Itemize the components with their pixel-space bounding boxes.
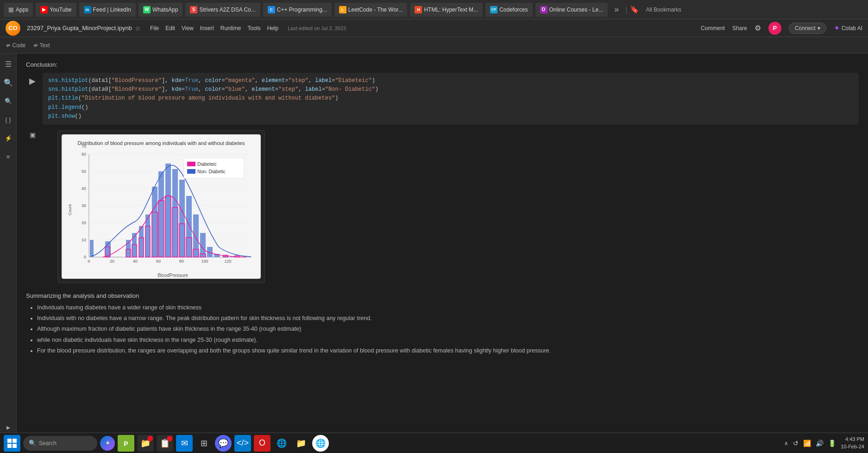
svg-rect-68: [13, 439, 17, 443]
run-cell-button[interactable]: ▶: [26, 75, 39, 88]
conclusion-label: Conclusion:: [26, 61, 859, 68]
sidebar-search-icon[interactable]: 🔍: [3, 77, 14, 88]
svg-rect-70: [13, 444, 17, 448]
tab-html[interactable]: H HTML: HyperText M...: [410, 3, 483, 17]
taskbar-task-icon[interactable]: 📋 1: [157, 435, 173, 452]
colab-ai-button[interactable]: ✦ Colab AI: [834, 24, 862, 32]
cell-code-content[interactable]: sns.histplot(data1["BloodPressure"], kde…: [43, 73, 859, 125]
vscode-icon: </>: [237, 438, 249, 448]
task-badge: 1: [167, 436, 172, 441]
file-name[interactable]: 23297_Priya Gupta_MinorProject.ipynb: [27, 25, 132, 31]
svg-rect-35: [152, 187, 157, 257]
code-line-4: plt.legend(): [48, 103, 853, 112]
sidebar-toc-icon[interactable]: ≡: [3, 151, 14, 162]
svg-rect-69: [7, 444, 12, 448]
refresh-icon[interactable]: ↺: [793, 440, 799, 447]
svg-text:Count: Count: [68, 204, 72, 215]
settings-icon[interactable]: ⚙: [755, 24, 761, 32]
menu-tools[interactable]: Tools: [247, 25, 260, 31]
chart-area: 0 10 20 30 40 50 60 70 0 20 40 60 80: [66, 150, 257, 275]
code-line-3: plt.title("Distribution of blood pressur…: [48, 94, 853, 103]
linkedin-label: Feed | LinkedIn: [93, 6, 132, 13]
taskbar-pwa-icon[interactable]: P: [118, 435, 134, 452]
add-text-button[interactable]: + + Text: [33, 42, 50, 49]
taskbar-opera-icon[interactable]: O: [254, 435, 270, 452]
taskbar-email-icon[interactable]: ✉: [176, 435, 193, 452]
volume-icon[interactable]: 🔊: [816, 440, 824, 447]
apps-grid-icon: ⊞: [201, 438, 208, 448]
wifi-icon[interactable]: 📶: [803, 440, 811, 447]
menu-help[interactable]: Help: [267, 25, 278, 31]
menu-insert[interactable]: Insert: [200, 25, 214, 31]
svg-rect-25: [90, 240, 94, 257]
taskbar-apps-icon[interactable]: ⊞: [195, 435, 212, 452]
menu-file[interactable]: File: [150, 25, 159, 31]
svg-text:0: 0: [84, 255, 86, 259]
search-text: Search: [39, 440, 57, 447]
tab-courses[interactable]: O Online Courses - Le...: [535, 3, 608, 17]
code-line-2: sns.histplot(data0["BloodPressure"], kde…: [48, 85, 853, 94]
share-button[interactable]: Share: [732, 25, 747, 31]
bullet-1: Individuals having diabetes have a wider…: [37, 303, 859, 313]
taskbar-notification-icon[interactable]: 📁 1: [137, 435, 154, 452]
colab-ai-label: Colab AI: [842, 25, 862, 31]
sidebar-expand-icon[interactable]: ▸: [3, 422, 14, 433]
bullet-5: For the blood pressure distribution, the…: [37, 346, 859, 356]
tab-leetcode[interactable]: L LeetCode - The Wor...: [334, 3, 408, 17]
taskbar-files-icon[interactable]: 📁: [293, 435, 309, 452]
battery-icon[interactable]: 🔋: [828, 440, 836, 447]
svg-rect-67: [7, 439, 12, 443]
taskbar-chrome-icon[interactable]: 🌐: [312, 435, 329, 452]
tab-whatsapp[interactable]: W WhatsApp: [138, 3, 182, 17]
search-bar[interactable]: 🔍 Search: [23, 436, 97, 451]
taskbar-vscode-icon[interactable]: </>: [234, 435, 251, 452]
task-icon: 📋: [160, 438, 170, 448]
svg-text:40: 40: [82, 186, 86, 191]
menu-runtime[interactable]: Runtime: [220, 25, 241, 31]
menu-view[interactable]: View: [182, 25, 194, 31]
star-icon[interactable]: ☆: [135, 25, 141, 32]
comment-button[interactable]: Comment: [701, 25, 725, 31]
edge-icon: 🌐: [277, 438, 287, 448]
browser-tab-bar: ⊞ Apps ▶ YouTube in Feed | LinkedIn W Wh…: [0, 0, 868, 19]
add-code-button[interactable]: + + Code: [6, 42, 25, 49]
menu-edit[interactable]: Edit: [165, 25, 175, 31]
copilot-icon[interactable]: ✦: [100, 436, 115, 451]
connect-button[interactable]: Connect ▾: [789, 23, 826, 34]
sidebar-menu-icon[interactable]: ☰: [3, 58, 14, 69]
menu-bar: File Edit View Insert Runtime Tools Help: [150, 25, 278, 31]
youtube-label: YouTube: [50, 6, 71, 13]
taskbar-edge-icon[interactable]: 🌐: [273, 435, 290, 452]
taskbar-discord-icon[interactable]: 💬: [215, 435, 232, 452]
more-tabs-button[interactable]: »: [610, 5, 623, 14]
tab-linkedin[interactable]: in Feed | LinkedIn: [79, 3, 136, 17]
start-button[interactable]: [4, 435, 20, 452]
chart-svg: 0 10 20 30 40 50 60 70 0 20 40 60 80: [66, 150, 256, 275]
connect-label: Connect: [795, 25, 816, 31]
tab-cpp[interactable]: C C++ Programming...: [263, 3, 332, 17]
chevron-down-icon: ▾: [818, 25, 820, 31]
sidebar-search2-icon[interactable]: 🔍: [3, 95, 14, 107]
bookmarks-label[interactable]: All Bookmarks: [646, 6, 681, 13]
leetcode-label: LeetCode - The Wor...: [348, 6, 403, 13]
svg-rect-37: [165, 164, 171, 257]
tab-apps[interactable]: ⊞ Apps: [4, 3, 33, 17]
toolbar-right: Comment Share ⚙ P Connect ▾ ✦ Colab AI: [701, 22, 862, 35]
svg-rect-40: [186, 196, 192, 257]
insert-toolbar: + + Code + + Text: [0, 37, 868, 54]
tab-strivers[interactable]: S Strivers A2Z DSA Co...: [185, 3, 260, 17]
bullet-3: Although maximum fraction of diabetic pa…: [37, 324, 859, 334]
code-line-1: sns.histplot(data1["BloodPressure"], kde…: [48, 76, 853, 85]
svg-text:Diabeteic: Diabeteic: [197, 162, 217, 167]
svg-rect-62: [184, 158, 244, 178]
tab-codeforces[interactable]: CF Codeforces: [485, 3, 532, 17]
search-icon: 🔍: [29, 440, 36, 447]
sidebar-run-icon[interactable]: ⚡: [3, 132, 14, 144]
bullet-2: Individuals with no diabetes have a narr…: [37, 314, 859, 323]
svg-text:0: 0: [88, 259, 90, 264]
youtube-icon: ▶: [40, 6, 48, 13]
bullet-4: while non diabetic individuals have skin…: [37, 335, 859, 345]
tab-youtube[interactable]: ▶ YouTube: [36, 3, 76, 17]
sidebar-code-icon[interactable]: { }: [3, 114, 14, 125]
chevron-up-icon[interactable]: ∧: [784, 440, 788, 447]
